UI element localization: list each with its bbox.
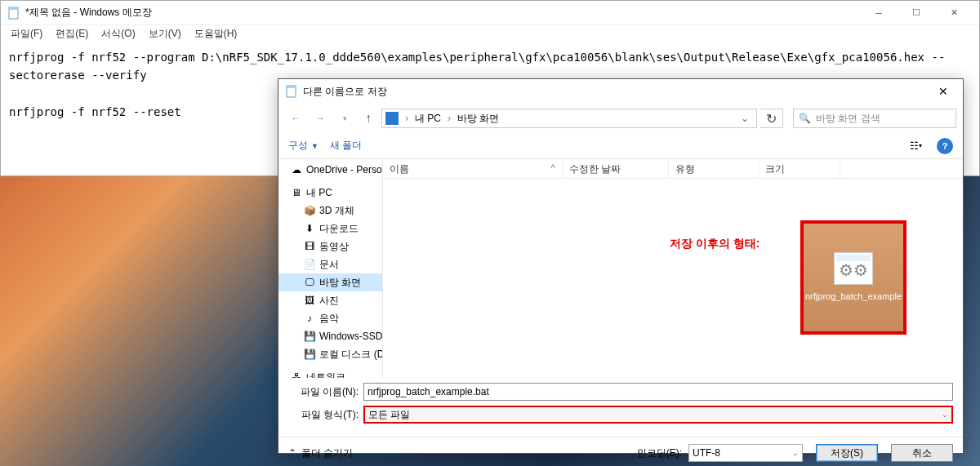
nav-up-button[interactable]: ↑ bbox=[359, 109, 378, 128]
menu-edit[interactable]: 편집(E) bbox=[49, 25, 95, 42]
notepad-titlebar[interactable]: *제목 없음 - Windows 메모장 ─ ☐ ✕ bbox=[1, 1, 979, 25]
refresh-button[interactable]: ↻ bbox=[760, 109, 783, 128]
drive-icon: 💾 bbox=[303, 330, 316, 343]
header-name[interactable]: 이름 ^ bbox=[383, 159, 563, 178]
filetype-label: 파일 형식(T): bbox=[288, 408, 363, 422]
dialog-toolbar: 구성 ▼ 새 폴더 ☷ ▾ ? bbox=[278, 133, 963, 159]
minimize-button[interactable]: ─ bbox=[860, 1, 898, 25]
batch-file-icon: ⚙⚙ bbox=[834, 252, 873, 285]
pc-icon bbox=[385, 112, 399, 125]
filename-input[interactable] bbox=[363, 383, 953, 401]
cloud-icon: ☁ bbox=[290, 163, 303, 176]
annotation-label: 저장 이후의 형태: bbox=[670, 237, 760, 251]
cancel-button[interactable]: 취소 bbox=[891, 444, 953, 462]
encoding-select[interactable]: UTF-8 ⌄ bbox=[688, 444, 803, 462]
dialog-titlebar[interactable]: 다른 이름으로 저장 ✕ bbox=[278, 79, 963, 104]
music-icon: ♪ bbox=[303, 312, 316, 325]
help-button[interactable]: ? bbox=[937, 138, 953, 154]
notepad-menubar: 파일(F) 편집(E) 서식(O) 보기(V) 도움말(H) bbox=[1, 25, 979, 42]
tree-music[interactable]: ♪음악 bbox=[278, 309, 382, 327]
menu-format[interactable]: 서식(O) bbox=[95, 25, 141, 42]
svg-rect-1 bbox=[9, 7, 18, 10]
tree-thispc[interactable]: 🖥내 PC bbox=[278, 184, 382, 202]
organize-button[interactable]: 구성 ▼ bbox=[288, 139, 318, 153]
maximize-button[interactable]: ☐ bbox=[898, 1, 935, 25]
file-list-headers: 이름 ^ 수정한 날짜 유형 크기 bbox=[383, 159, 963, 179]
header-size[interactable]: 크기 bbox=[759, 159, 840, 178]
breadcrumb-separator: › bbox=[405, 113, 408, 124]
search-input[interactable]: 🔍 바탕 화면 검색 bbox=[793, 109, 956, 128]
batch-file-label: nrfjprog_batch_example bbox=[805, 291, 902, 302]
nav-back-button[interactable]: ← bbox=[285, 108, 306, 129]
encoding-label: 인코딩(E): bbox=[637, 446, 682, 460]
new-folder-button[interactable]: 새 폴더 bbox=[330, 139, 362, 153]
filetype-select[interactable]: 모든 파일 ⌄ bbox=[363, 406, 953, 424]
address-bar[interactable]: › 내 PC › 바탕 화면 ⌄ bbox=[381, 109, 757, 128]
hide-folders-button[interactable]: ⌃ 폴더 숨기기 bbox=[288, 446, 353, 460]
tree-videos[interactable]: 🎞동영상 bbox=[278, 237, 382, 255]
tree-pictures[interactable]: 🖼사진 bbox=[278, 291, 382, 309]
picture-icon: 🖼 bbox=[303, 294, 316, 307]
breadcrumb-separator: › bbox=[448, 113, 451, 124]
dialog-title: 다른 이름으로 저장 bbox=[303, 85, 927, 99]
close-button[interactable]: ✕ bbox=[935, 1, 973, 25]
drive-icon: 💾 bbox=[303, 348, 316, 361]
address-dropdown-icon[interactable]: ⌄ bbox=[737, 113, 753, 124]
dialog-footer: 파일 이름(N): 파일 형식(T): 모든 파일 ⌄ bbox=[278, 378, 963, 437]
tree-drive-c[interactable]: 💾Windows-SSD ( bbox=[278, 327, 382, 345]
download-icon: ⬇ bbox=[303, 222, 316, 235]
tree-documents[interactable]: 📄문서 bbox=[278, 255, 382, 273]
tree-network[interactable]: 🖧네트워크 bbox=[278, 368, 382, 378]
network-icon: 🖧 bbox=[290, 371, 303, 378]
header-date[interactable]: 수정한 날짜 bbox=[563, 159, 669, 178]
tree-drive-d[interactable]: 💾로컬 디스크 (D:) bbox=[278, 345, 382, 363]
folder-tree: ☁OneDrive - Person 🖥내 PC 📦3D 개체 ⬇다운로드 🎞동… bbox=[278, 159, 383, 378]
document-icon: 📄 bbox=[303, 258, 316, 271]
search-icon: 🔍 bbox=[799, 113, 811, 124]
tree-desktop[interactable]: 🖵바탕 화면 bbox=[278, 273, 382, 291]
tree-onedrive[interactable]: ☁OneDrive - Person bbox=[278, 161, 382, 179]
dropdown-icon: ⌄ bbox=[792, 449, 799, 457]
save-button[interactable]: 저장(S) bbox=[816, 444, 878, 462]
notepad-icon bbox=[285, 85, 298, 98]
breadcrumb-pc[interactable]: 내 PC bbox=[415, 112, 441, 126]
notepad-icon bbox=[7, 7, 20, 20]
tree-3dobjects[interactable]: 📦3D 개체 bbox=[278, 202, 382, 220]
menu-view[interactable]: 보기(V) bbox=[142, 25, 188, 42]
notepad-title: *제목 없음 - Windows 메모장 bbox=[25, 6, 860, 20]
gear-icon: ⚙⚙ bbox=[839, 260, 868, 280]
tree-downloads[interactable]: ⬇다운로드 bbox=[278, 220, 382, 237]
pc-icon: 🖥 bbox=[290, 186, 303, 199]
svg-rect-3 bbox=[287, 86, 296, 88]
breadcrumb-location[interactable]: 바탕 화면 bbox=[457, 112, 499, 126]
filename-label: 파일 이름(N): bbox=[288, 385, 363, 399]
cube-icon: 📦 bbox=[303, 204, 316, 217]
dialog-close-button[interactable]: ✕ bbox=[927, 80, 960, 103]
chevron-up-icon: ⌃ bbox=[288, 447, 296, 459]
desktop-icon: 🖵 bbox=[303, 276, 316, 289]
dialog-navbar: ← → ▾ ↑ › 내 PC › 바탕 화면 ⌄ ↻ 🔍 바탕 화면 검색 bbox=[278, 104, 963, 133]
dropdown-icon: ⌄ bbox=[942, 411, 948, 419]
video-icon: 🎞 bbox=[303, 240, 316, 253]
search-placeholder: 바탕 화면 검색 bbox=[816, 112, 880, 126]
menu-file[interactable]: 파일(F) bbox=[4, 25, 49, 42]
nav-forward-button[interactable]: → bbox=[310, 108, 331, 129]
annotation-result-box: ⚙⚙ nrfjprog_batch_example bbox=[800, 220, 906, 335]
header-type[interactable]: 유형 bbox=[669, 159, 759, 178]
view-mode-button[interactable]: ☷ ▾ bbox=[901, 137, 930, 155]
nav-recent-button[interactable]: ▾ bbox=[334, 108, 355, 129]
dialog-bottom-bar: ⌃ 폴더 숨기기 인코딩(E): UTF-8 ⌄ 저장(S) 취소 bbox=[278, 437, 963, 466]
menu-help[interactable]: 도움말(H) bbox=[188, 25, 244, 42]
